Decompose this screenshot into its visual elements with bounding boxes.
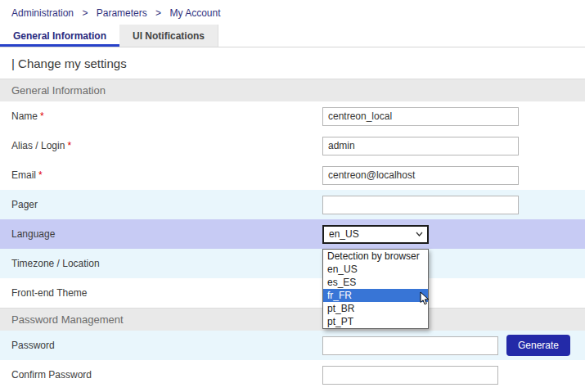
chevron-down-icon [416, 232, 423, 237]
generate-password-button[interactable]: Generate [506, 335, 570, 356]
form-row-confirm-password: Confirm Password [0, 360, 585, 390]
language-option-pt-br[interactable]: pt_BR [323, 302, 428, 315]
form-row-password: Password Generate [0, 331, 585, 360]
alias-input[interactable] [322, 137, 519, 155]
language-select[interactable]: en_US [322, 225, 429, 244]
language-selected-value: en_US [329, 228, 359, 240]
email-input[interactable] [322, 166, 519, 185]
breadcrumb-parameters[interactable]: Parameters [97, 7, 147, 19]
language-option-label: fr_FR [327, 290, 352, 301]
tab-ui-notifications[interactable]: UI Notifications [119, 25, 218, 47]
form-row-theme: Front-end Theme [0, 278, 585, 308]
form-row-language: Language en_US Detection by browser en_U… [0, 219, 585, 249]
confirm-password-input[interactable] [322, 366, 498, 385]
tab-general-information[interactable]: General Information [0, 25, 119, 47]
mouse-cursor-icon [420, 291, 430, 305]
language-option-fr-fr[interactable]: fr_FR [323, 289, 428, 302]
required-marker: * [38, 169, 43, 181]
alias-label: Alias / Login* [0, 140, 322, 151]
breadcrumb: Administration > Parameters > My Account [0, 0, 585, 25]
front-end-theme-label: Front-end Theme [0, 287, 322, 299]
form-row-pager: Pager [0, 190, 585, 219]
language-option-en-us[interactable]: en_US [323, 263, 428, 276]
form-row-alias: Alias / Login* [0, 131, 585, 160]
breadcrumb-separator: > [155, 7, 161, 19]
form-row-name: Name* [0, 101, 585, 131]
timezone-label: Timezone / Location [0, 258, 322, 269]
name-label: Name* [0, 110, 322, 122]
language-label: Language [0, 228, 322, 240]
section-header-general-information: General Information [0, 79, 585, 101]
language-dropdown-list: Detection by browser en_US es_ES fr_FR p… [322, 249, 429, 329]
language-option-pt-pt[interactable]: pt_PT [323, 315, 428, 328]
section-header-password-management: Password Management [0, 308, 585, 331]
pager-label: Pager [0, 199, 322, 210]
confirm-password-label: Confirm Password [0, 369, 322, 381]
breadcrumb-administration[interactable]: Administration [11, 7, 74, 19]
email-label: Email* [0, 169, 322, 181]
required-marker: * [67, 140, 71, 151]
breadcrumb-my-account[interactable]: My Account [169, 7, 220, 19]
form-row-email: Email* [0, 160, 585, 190]
language-option-detection-by-browser[interactable]: Detection by browser [323, 250, 428, 263]
language-option-es-es[interactable]: es_ES [323, 276, 428, 289]
password-input[interactable] [322, 336, 498, 355]
required-marker: * [40, 110, 44, 122]
pager-input[interactable] [322, 196, 519, 214]
password-label: Password [0, 340, 322, 351]
tab-bar: General Information UI Notifications [0, 25, 585, 47]
breadcrumb-separator: > [82, 7, 88, 19]
form-row-timezone: Timezone / Location [0, 249, 585, 278]
name-input[interactable] [322, 107, 519, 126]
page-title: | Change my settings [0, 47, 585, 79]
